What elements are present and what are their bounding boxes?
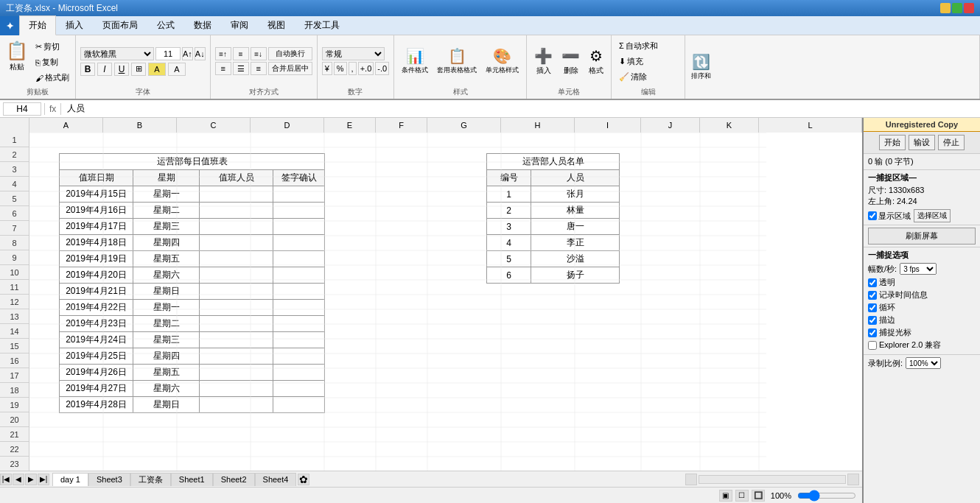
italic-btn[interactable]: I [97,63,112,76]
row-num-22[interactable]: 22 [0,442,29,457]
row-num-12[interactable]: 12 [0,295,29,309]
page-layout-view-btn[interactable]: ☐ [735,490,749,502]
sort-filter-btn[interactable]: 🔃 排序和 [688,51,714,83]
transparent-checkbox[interactable] [868,278,877,287]
start-btn[interactable]: 开始 [879,135,906,150]
col-header-B[interactable]: B [103,118,177,133]
decrease-font-btn[interactable]: A↓ [195,47,206,60]
row-num-11[interactable]: 11 [0,280,29,295]
row-num-14[interactable]: 14 [0,324,29,339]
row-num-20[interactable]: 20 [0,412,29,427]
increase-font-btn[interactable]: A↑ [182,47,193,60]
align-top-btn[interactable]: ≡↑ [215,47,231,60]
format-cells-btn[interactable]: ⚙ 格式 [586,45,606,78]
row-num-7[interactable]: 7 [0,221,29,236]
cut-btn[interactable]: ✂剪切 [32,40,72,54]
font-size-input[interactable] [155,47,181,60]
row-num-13[interactable]: 13 [0,309,29,324]
tab-formula[interactable]: 公式 [147,15,184,35]
col-header-J[interactable]: J [641,118,700,133]
cell-styles-btn[interactable]: 🎨 单元格样式 [483,45,522,77]
capture-cursor-checkbox[interactable] [868,328,877,337]
tab-developer[interactable]: 开发工具 [295,15,349,35]
sheet-tab-sheet4[interactable]: Sheet4 [255,473,297,486]
explorer-compat-checkbox[interactable] [868,341,877,350]
fill-btn[interactable]: ⬇填充 [616,54,680,68]
formula-input[interactable] [64,104,977,114]
decimal-decrease-btn[interactable]: -.0 [375,62,389,75]
conditional-format-btn[interactable]: 📊 条件格式 [399,45,431,77]
insert-cells-btn[interactable]: ➕ 插入 [531,45,556,78]
add-sheet-btn[interactable]: ✿ [298,474,309,485]
align-middle-btn[interactable]: ≡ [233,47,249,60]
zoom-slider[interactable] [797,490,856,502]
row-num-18[interactable]: 18 [0,383,29,398]
sheet-last-btn[interactable]: ▶| [38,474,49,485]
sheet-prev-btn[interactable]: ◀ [13,474,24,485]
row-num-23[interactable]: 23 [0,457,29,471]
show-area-checkbox[interactable] [868,211,877,220]
close-btn[interactable] [964,3,974,13]
col-header-G[interactable]: G [427,118,501,133]
grid-scroll[interactable]: 运营部每日值班表 值班日期 星期 值班人员 签字确认 2019年4月15日星期一… [29,133,862,471]
number-format-select[interactable]: 常规 [322,47,385,60]
format-painter-btn[interactable]: 🖌格式刷 [32,71,72,85]
tab-start[interactable]: 开始 [19,15,56,35]
col-header-A[interactable]: A [29,118,103,133]
select-area-btn[interactable]: 选择区域 [914,209,951,222]
underline-btn[interactable]: U [114,63,129,76]
row-num-1[interactable]: 1 [0,133,29,147]
row-num-21[interactable]: 21 [0,427,29,442]
col-header-K[interactable]: K [700,118,759,133]
col-header-H[interactable]: H [501,118,575,133]
refresh-btn[interactable]: 刷新屏幕 [868,228,976,245]
row-num-5[interactable]: 5 [0,191,29,206]
table-format-btn[interactable]: 📋 套用表格格式 [434,45,480,77]
sheet-tab-wages[interactable]: 工资条 [130,473,171,486]
scroll-left-btn[interactable] [685,474,697,485]
align-right-btn[interactable]: ≡ [251,62,267,75]
border-btn[interactable]: ⊞ [131,63,146,76]
decimal-increase-btn[interactable]: +.0 [358,62,374,75]
tab-review[interactable]: 审阅 [221,15,258,35]
tab-insert[interactable]: 插入 [56,15,93,35]
record-time-checkbox[interactable] [868,291,877,300]
row-num-17[interactable]: 17 [0,368,29,383]
col-header-F[interactable]: F [376,118,427,133]
office-btn[interactable]: ✦ [0,16,19,35]
col-header-C[interactable]: C [177,118,251,133]
sheet-tab-day1[interactable]: day 1 [52,473,88,486]
scroll-right-btn[interactable] [847,474,859,485]
input-btn[interactable]: 输设 [909,135,935,150]
row-num-3[interactable]: 3 [0,162,29,177]
currency-btn[interactable]: ¥ [322,62,332,75]
comma-btn[interactable]: , [349,62,357,75]
delete-cells-btn[interactable]: ➖ 删除 [559,45,583,78]
sheet-next-btn[interactable]: ▶ [25,474,37,485]
paste-btn[interactable]: 📋 粘贴 [3,38,31,74]
wrap-text-btn[interactable]: 自动换行 [268,47,312,60]
sheet-tab-sheet2[interactable]: Sheet2 [213,473,255,486]
horizontal-scrollbar[interactable] [699,475,846,484]
align-bottom-btn[interactable]: ≡↓ [251,47,267,60]
maximize-btn[interactable] [952,3,962,13]
auto-sum-btn[interactable]: Σ自动求和 [616,39,680,53]
col-header-I[interactable]: I [575,118,641,133]
percent-btn[interactable]: % [334,62,347,75]
tab-data[interactable]: 数据 [184,15,221,35]
sheet-tab-sheet3[interactable]: Sheet3 [88,473,130,486]
row-num-19[interactable]: 19 [0,398,29,412]
merge-center-btn[interactable]: 合并后居中 [268,62,312,75]
stop-btn[interactable]: 停止 [938,135,965,150]
col-header-E[interactable]: E [324,118,376,133]
row-num-16[interactable]: 16 [0,353,29,368]
row-num-2[interactable]: 2 [0,147,29,162]
loop-checkbox[interactable] [868,303,877,312]
cell-ref-input[interactable] [3,102,41,116]
col-header-L[interactable]: L [759,118,862,133]
col-header-D[interactable]: D [251,118,324,133]
border-checkbox[interactable] [868,316,877,325]
sheet-first-btn[interactable]: |◀ [0,474,12,485]
tab-view[interactable]: 视图 [258,15,295,35]
row-num-8[interactable]: 8 [0,236,29,250]
